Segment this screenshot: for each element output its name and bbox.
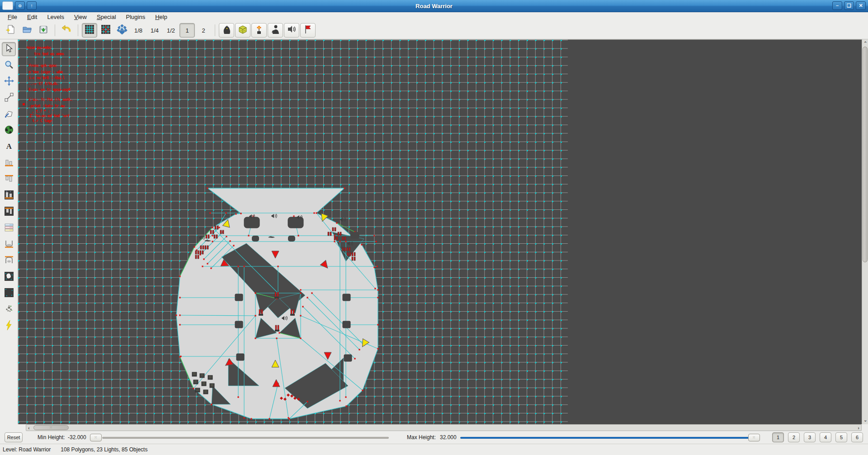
map-vertex [302,306,303,307]
maximize-button[interactable]: ❏ [844,1,854,10]
map-vertex [269,418,270,419]
reset-button[interactable]: Reset [5,432,23,442]
show-items-button[interactable] [251,23,267,38]
map-vertex [345,396,346,398]
ceiling-height-tool[interactable] [2,172,16,186]
world-tool[interactable] [2,123,16,137]
min-height-handle[interactable]: ⁙ [90,434,102,441]
menu-levels[interactable]: Levels [42,13,69,21]
select-tool[interactable] [2,42,16,56]
player-icon [270,24,281,37]
level-button-1[interactable]: 1 [772,432,784,442]
magnifier-icon [4,60,14,71]
ceiling-height-icon [4,174,14,185]
floor-light-tool[interactable] [2,237,16,251]
zoom-tool[interactable] [2,58,16,72]
zoom-level-1-4[interactable]: 1/4 [147,23,162,38]
save-button[interactable] [36,23,51,38]
ceiling-light-tool[interactable] [2,254,16,268]
map-vertex [377,297,378,298]
zoom-level-2[interactable]: 2 [196,23,211,38]
new-file-button[interactable] [3,23,19,38]
ammo-icon [342,237,344,240]
menu-edit[interactable]: Edit [22,13,42,21]
menu-plugins[interactable]: Plugins [121,13,151,21]
lights-tool[interactable] [2,221,16,235]
media-light-tool[interactable] [2,286,16,300]
shade-button[interactable]: ↑ [27,1,37,10]
scroll-left-icon[interactable]: ‹ [28,426,30,431]
menu-help[interactable]: Help [150,13,172,21]
level-button-4[interactable]: 4 [820,432,831,442]
show-player-button[interactable] [268,23,283,38]
map-vertex [336,222,337,223]
scroll-up-icon[interactable]: ⌃ [863,41,867,46]
move-tool[interactable] [2,75,16,89]
application-window: o↑ Road Warrior –❏✕ FileEditLevelsViewSp… [0,0,868,455]
sticky-button[interactable]: o [15,1,25,10]
map-vertex [373,266,375,268]
media-tool[interactable] [2,270,16,284]
menu-view[interactable]: View [69,13,92,21]
show-annotations-button[interactable] [300,23,316,38]
visual-mode-button[interactable] [114,23,130,38]
zoom-level-1-2[interactable]: 1/2 [163,23,179,38]
map-vertex [375,241,377,242]
level-button-3[interactable]: 3 [804,432,816,442]
min-height-slider[interactable] [102,437,389,439]
floor-height-tool[interactable] [2,156,16,170]
level-button-5[interactable]: 5 [835,432,847,442]
ammo-icon [334,237,335,240]
vertical-scroll-thumb[interactable] [863,47,868,262]
floor-texture-tool[interactable] [2,189,16,203]
map-vertex [179,356,180,357]
show-monsters-button[interactable] [219,23,234,38]
ambient-sound-tool[interactable] [2,303,16,317]
mesh-icon [117,24,127,36]
map-vertex [255,292,256,294]
zoom-level-label: 1/4 [147,27,162,34]
damage-tool[interactable] [2,319,16,333]
show-sounds-button[interactable] [284,23,299,38]
close-button[interactable]: ✕ [856,1,866,10]
map-vertex [193,246,195,247]
item-icon [275,330,279,332]
level-button-6[interactable]: 6 [851,432,863,442]
title-bar[interactable]: o↑ Road Warrior –❏✕ [0,0,868,12]
map-vertex [250,418,252,419]
max-height-slider[interactable] [460,437,754,439]
pillar [343,294,350,301]
media-light-icon [4,288,14,299]
menu-file[interactable]: File [3,13,22,21]
map-vertex [248,235,249,236]
map-canvas[interactable]: msse pw-webstra ted as ammsfromc qek zpm… [18,39,862,424]
horizontal-scroll-thumb[interactable]: ⁙ [33,425,69,430]
app-icon[interactable] [2,1,13,10]
ceiling-texture-tool[interactable] [2,205,16,219]
ceiling-texture-icon [4,206,14,218]
scroll-down-icon[interactable]: ⌄ [863,418,867,422]
show-scenery-button[interactable] [235,23,250,38]
floor-height-icon [4,157,14,169]
snap-grid-button[interactable] [98,23,113,38]
open-button[interactable] [19,23,35,38]
ammo-icon [332,228,334,231]
map-vertex [203,258,204,260]
pillar [344,355,352,361]
minimize-button[interactable]: – [832,1,842,10]
fill-polygon-tool[interactable] [2,107,16,121]
scroll-right-icon[interactable]: › [858,426,859,431]
horizontal-scrollbar[interactable]: ‹ ⁙ › [26,424,862,431]
line-tool[interactable] [2,91,16,105]
map-vertex [288,418,290,419]
vertical-scrollbar[interactable]: ⌃ ⌄ [862,39,868,424]
undo-button[interactable] [59,23,74,38]
cursor-icon [4,43,14,55]
zoom-level-1[interactable]: 1 [179,23,195,38]
annotation-tool[interactable]: A [2,140,16,154]
menu-special[interactable]: Special [92,13,121,21]
level-button-2[interactable]: 2 [788,432,800,442]
zoom-level-1-8[interactable]: 1/8 [131,23,146,38]
max-height-handle[interactable]: ⁙ [748,434,760,441]
show-grid-button[interactable] [82,23,97,38]
